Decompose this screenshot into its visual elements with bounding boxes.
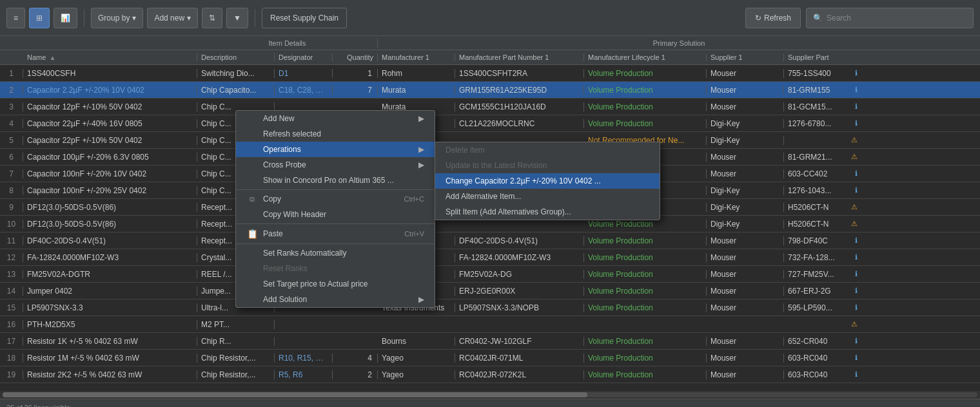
- ctx-operations[interactable]: Operations ▶ Delete item Update to the L…: [236, 142, 435, 157]
- table-row[interactable]: 19 Resistor 2K2 +/-5 % 0402 63 mW Chip R…: [0, 366, 980, 383]
- table-row[interactable]: 18 Resistor 1M +/-5 % 0402 63 mW Chip Re…: [0, 350, 980, 366]
- supplier-column-header[interactable]: Supplier 1: [707, 53, 784, 61]
- ctx-set-target[interactable]: Set Target price to Actual price: [236, 276, 435, 292]
- sort-button[interactable]: ⇅: [202, 8, 222, 28]
- horizontal-scrollbar[interactable]: [0, 391, 980, 399]
- qty-column-header[interactable]: Quantity: [333, 53, 378, 61]
- info-icon[interactable]: ℹ: [855, 370, 858, 379]
- lifecycle-column-header[interactable]: Manufacturer Lifecycle 1: [584, 53, 707, 61]
- info-icon[interactable]: ℹ: [855, 119, 858, 128]
- table-row[interactable]: 12 FA-12824.0000MF10Z-W3 Crystal... Epso…: [0, 249, 980, 266]
- hamburger-button[interactable]: ≡: [6, 8, 25, 28]
- row-mpn: FA-12824.0000MF10Z-W3: [455, 253, 584, 262]
- desc-column-header[interactable]: Description: [197, 53, 275, 61]
- warn-icon[interactable]: ⚠: [851, 320, 858, 328]
- scrollbar-track[interactable]: [3, 392, 977, 397]
- row-num: 1: [0, 69, 23, 78]
- ctx-arrow-icon: ▶: [418, 114, 424, 123]
- ctx-refresh-selected[interactable]: Refresh selected: [236, 126, 435, 142]
- filter-button[interactable]: ▼: [226, 8, 248, 28]
- warn-icon[interactable]: ⚠: [851, 203, 858, 211]
- mpn-column-header[interactable]: Manufacturer Part Number 1: [455, 53, 584, 61]
- row-name: Capacitor 100nF +/-20% 10V 0402: [23, 169, 197, 178]
- row-num: 6: [0, 153, 23, 162]
- warn-icon[interactable]: ⚠: [851, 220, 858, 228]
- row-supplier: Mouser: [707, 337, 784, 346]
- row-num: 16: [0, 320, 23, 329]
- info-icon[interactable]: ℹ: [855, 253, 858, 261]
- info-icon[interactable]: ℹ: [855, 270, 858, 278]
- info-icon[interactable]: ℹ: [855, 169, 858, 178]
- add-new-button[interactable]: Add new ▾: [147, 8, 198, 28]
- row-spart: 667-ERJ-2G ℹ: [784, 287, 861, 296]
- ctx-set-ranks[interactable]: Set Ranks Automatically: [236, 245, 435, 261]
- row-lifecycle: Volume Production: [584, 69, 707, 78]
- group-by-button[interactable]: Group by ▾: [91, 8, 143, 28]
- ctx-change-cap[interactable]: Change Capacitor 2.2µF +/-20% 10V 0402 .…: [435, 173, 660, 189]
- spart-column-header[interactable]: Supplier Part: [784, 53, 861, 61]
- warn-icon[interactable]: ⚠: [851, 153, 858, 161]
- table-header: Item Details Primary Solution Name ▲ Des…: [0, 36, 980, 65]
- info-icon[interactable]: ℹ: [855, 102, 858, 111]
- row-lifecycle: Volume Production: [584, 337, 707, 346]
- row-desc: M2 PT...: [197, 320, 275, 329]
- row-lifecycle: Volume Production: [584, 86, 707, 95]
- row-mpn: ERJ-2GE0R00X: [455, 287, 584, 296]
- ctx-copy-with-header[interactable]: Copy With Header: [236, 207, 435, 222]
- mfr-column-header[interactable]: Manufacturer 1: [378, 53, 455, 61]
- row-mpn: CL21A226MOCLRNC: [455, 119, 584, 128]
- info-icon[interactable]: ℹ: [855, 236, 858, 245]
- table-row[interactable]: 13 FM25V02A-DGTR REEL /... Cypress FM25V…: [0, 266, 980, 283]
- table-row[interactable]: 1 1SS400CSFH Switching Dio... D1 1 Rohm …: [0, 65, 980, 82]
- table-row[interactable]: 17 Resistor 1K +/-5 % 0402 63 mW Chip R.…: [0, 333, 980, 350]
- info-icon[interactable]: ℹ: [855, 69, 858, 77]
- ctx-cross-probe[interactable]: Cross Probe ▶: [236, 157, 435, 173]
- reset-supply-chain-button[interactable]: Reset Supply Chain: [262, 8, 347, 28]
- desig-column-header[interactable]: Designator: [275, 53, 333, 61]
- ctx-add-solution[interactable]: Add Solution ▶: [236, 292, 435, 307]
- sort-icon: ⇅: [209, 14, 215, 23]
- row-lifecycle: Volume Production: [584, 236, 707, 245]
- row-spart: ⚠: [784, 320, 861, 328]
- name-column-header[interactable]: Name ▲: [23, 53, 197, 61]
- table-row[interactable]: 11 DF40C-20DS-0.4V(51) Recept... Hirose …: [0, 232, 980, 249]
- row-num: 14: [0, 287, 23, 296]
- chart-view-button[interactable]: 📊: [54, 8, 77, 28]
- info-icon[interactable]: ℹ: [855, 287, 858, 295]
- row-num: 8: [0, 186, 23, 195]
- info-icon[interactable]: ℹ: [855, 186, 858, 194]
- info-icon[interactable]: ℹ: [855, 86, 858, 94]
- row-mfr: Rohm: [378, 69, 455, 78]
- ctx-add-alt[interactable]: Add Alternative Item...: [435, 189, 660, 204]
- info-icon[interactable]: ℹ: [855, 354, 858, 362]
- warn-icon[interactable]: ⚠: [851, 136, 858, 144]
- ctx-add-new[interactable]: Add New ▶: [236, 111, 435, 126]
- search-icon: 🔍: [813, 14, 823, 23]
- sort-arrow-icon: ▲: [49, 54, 55, 61]
- search-box[interactable]: 🔍 Search: [806, 8, 974, 28]
- grid-view-button[interactable]: ⊞: [29, 8, 50, 28]
- table-row[interactable]: 3 Capacitor 12pF +/-10% 50V 0402 Chip C.…: [0, 99, 980, 115]
- refresh-button[interactable]: ↻ Refresh: [745, 8, 801, 28]
- scrollbar-thumb[interactable]: [3, 392, 587, 397]
- table-row[interactable]: 4 Capacitor 22µF +/-40% 16V 0805 Chip C.…: [0, 115, 980, 132]
- row-desc: Chip R...: [197, 337, 275, 346]
- ctx-copy[interactable]: ⧉ Copy Ctrl+C: [236, 191, 435, 207]
- table-row[interactable]: 2 Capacitor 2.2µF +/-20% 10V 0402 Chip C…: [0, 82, 980, 99]
- ctx-show-concord[interactable]: Show in Concord Pro on Altium 365 ...: [236, 173, 435, 188]
- info-icon[interactable]: ℹ: [855, 303, 858, 312]
- ctx-split-item[interactable]: Split Item (Add Alternatives Group)...: [435, 204, 660, 220]
- info-icon[interactable]: ℹ: [855, 337, 858, 345]
- table-row[interactable]: 14 Jumper 0402 Jumpe... Panasonic ERJ-2G…: [0, 283, 980, 299]
- table-body: 1 1SS400CSFH Switching Dio... D1 1 Rohm …: [0, 65, 980, 391]
- hamburger-icon: ≡: [14, 14, 18, 23]
- row-spart: 1276-1043... ℹ: [784, 186, 861, 195]
- ctx-paste[interactable]: 📋 Paste Ctrl+V: [236, 225, 435, 242]
- table-row[interactable]: 16 PTH-M2D5X5 M2 PT... ⚠: [0, 316, 980, 333]
- row-name: DF12(3.0)-50DS-0.5V(86): [23, 220, 197, 229]
- table-row[interactable]: 15 LP5907SNX-3.3 Ultra-l... Texas Instru…: [0, 299, 980, 316]
- row-desig: R10, R15, R1...: [275, 354, 333, 363]
- row-qty: 2: [333, 370, 378, 379]
- row-mpn: 1SS400CSFHT2RA: [455, 69, 584, 78]
- chevron-down-icon: ▾: [132, 14, 136, 23]
